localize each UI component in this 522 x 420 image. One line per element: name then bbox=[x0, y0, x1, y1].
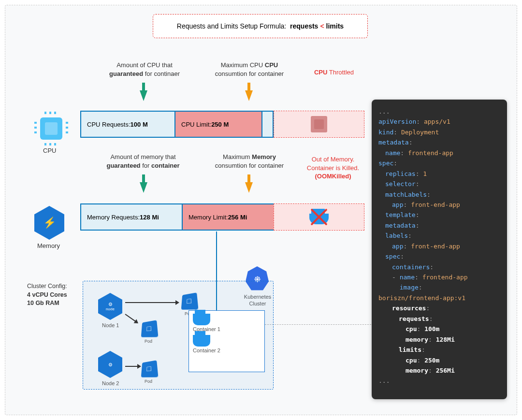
cpu-lim-segment: CPU Limit: 250 M bbox=[175, 112, 262, 137]
cpu-request-label: Amount of CPU that guaranteed for contin… bbox=[103, 61, 186, 78]
container-1-icon bbox=[193, 314, 210, 325]
formula-op: < bbox=[320, 22, 324, 30]
node-1-label: Node 1 bbox=[102, 322, 119, 328]
mem-bar: Memory Requests: 128 Mi Memory Limit: 25… bbox=[80, 203, 274, 231]
cpu-req-segment: CPU Requests: 100 M bbox=[81, 112, 175, 137]
yaml-code-block: ... apiVersion: apps/v1 kind: Deployment… bbox=[372, 100, 507, 399]
formula-box: Requests and Limits Setup Formula: reque… bbox=[153, 14, 368, 38]
mem-req-segment: Memory Requests: 128 Mi bbox=[81, 204, 183, 230]
arrow-cpu-lim-icon bbox=[247, 83, 250, 90]
mem-request-label: Amount of memory that guaranteed for con… bbox=[102, 153, 184, 170]
oom-label: Out of Memory. Container is Killed. (OOM… bbox=[299, 155, 367, 181]
formula-requests: requests bbox=[290, 22, 318, 30]
mem-icon-label: Memory bbox=[37, 242, 60, 249]
arrow-node2-pod bbox=[125, 366, 138, 367]
arrow-node1-pod bbox=[125, 302, 176, 303]
arrow-mem-lim-icon bbox=[247, 174, 250, 182]
mem-overflow bbox=[274, 203, 364, 231]
cluster-config: Cluster Config: 4 vCPU Cores 10 Gb RAM bbox=[27, 282, 67, 308]
diagram-canvas: Requests and Limits Setup Formula: reque… bbox=[5, 5, 517, 415]
container-2-icon bbox=[193, 335, 210, 347]
chip-throttled-icon bbox=[311, 116, 327, 132]
dashed-connector bbox=[265, 324, 371, 325]
pod-2-icon: □ bbox=[141, 360, 159, 377]
formula-prefix: Requests and Limits Setup Formula: bbox=[177, 22, 286, 30]
cpu-throttled-label: CPU Throttled bbox=[303, 68, 365, 77]
arrow-cpu-req-icon bbox=[142, 83, 145, 90]
pod-container-box: Container 1 Container 2 bbox=[188, 310, 265, 372]
memory-icon: ⚡ bbox=[34, 206, 64, 240]
cpu-overflow bbox=[274, 111, 364, 138]
pod-1b-icon: □ bbox=[181, 292, 199, 310]
formula-limits: limits bbox=[326, 22, 344, 30]
cpu-limit-label: Maximum CPU CPU consumtion for container bbox=[208, 61, 290, 78]
node-2-label: Node 2 bbox=[102, 380, 119, 386]
pod-1a-icon: □ bbox=[141, 320, 159, 337]
arrow-mem-req-icon bbox=[142, 174, 145, 182]
mem-lim-segment: Memory Limit: 256 Mi bbox=[183, 204, 275, 230]
mem-limit-label: Maximum Memory consumtion for container bbox=[208, 153, 290, 170]
cpu-icon bbox=[37, 114, 66, 143]
docker-killed-icon bbox=[307, 208, 331, 226]
cpu-bar: CPU Requests: 100 M CPU Limit: 250 M bbox=[80, 111, 274, 138]
cpu-icon-label: CPU bbox=[43, 147, 56, 154]
